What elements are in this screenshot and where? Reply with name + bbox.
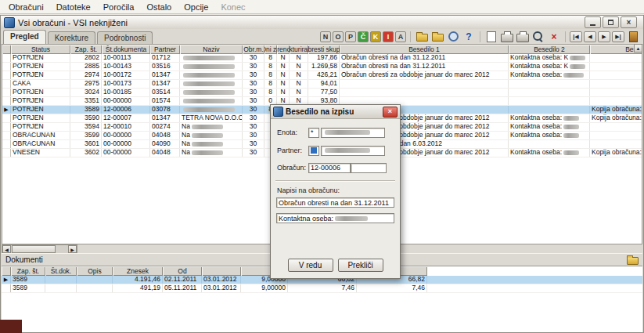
maximize-button[interactable]	[603, 16, 619, 28]
grid-cell-zap: 2975	[70, 80, 102, 88]
filter-button-k[interactable]: K	[370, 31, 381, 42]
grid-row[interactable]: POTRJEN297410-0017201347308NN426,21Obrač…	[2, 71, 642, 80]
tab-podrobnosti[interactable]: Podrobnosti	[97, 31, 153, 44]
column-header-znesek[interactable]: Znesek	[113, 266, 163, 276]
help-icon[interactable]: ?	[462, 31, 476, 42]
new-document-icon[interactable]	[484, 31, 498, 42]
partner-code-input[interactable]	[308, 146, 319, 156]
enota-name-field[interactable]	[321, 128, 385, 138]
grid-cell-partner: 04048	[150, 149, 180, 157]
tab-korekture[interactable]: Korekture	[48, 31, 95, 44]
previous-record-button[interactable]: ◀	[584, 31, 596, 42]
grid-cell-b2: Kontaktna oseba:	[509, 114, 590, 122]
scrollbar-thumb[interactable]	[12, 245, 56, 253]
grid-row[interactable]: ČAKA297510-0017301347308NN94,01	[2, 80, 642, 89]
column-header-besedilo-1[interactable]: Besedilo 1	[340, 45, 509, 54]
column-header-naziv[interactable]: Naziv	[180, 45, 243, 54]
column-header-document-indicator[interactable]	[202, 266, 241, 276]
grid-cell-dni: 8	[264, 89, 277, 96]
grid-cell-obresti: 94,01	[308, 80, 340, 88]
enota-code-input[interactable]: *	[308, 128, 319, 138]
column-header-status[interactable]: Status	[11, 45, 70, 54]
column-header-dni-za[interactable]: Dni za	[264, 45, 277, 54]
print-text-line-2[interactable]: Kontaktna oseba:	[276, 213, 394, 223]
tools-icon[interactable]	[446, 31, 460, 42]
column-header-besedilo-2[interactable]: Besedilo 2	[509, 45, 590, 54]
grid-cell-status: POTRJEN	[11, 114, 70, 122]
scroll-up-button[interactable]: ▲	[634, 44, 642, 52]
grid-row[interactable]: POTRJEN288510-0014303516308NN1.269,58Obr…	[2, 63, 642, 71]
document-cell-stdok	[45, 284, 77, 292]
column-header-obresti-skupaj[interactable]: Obresti skupaj	[308, 45, 340, 54]
filter-button-c[interactable]: Č	[358, 31, 369, 42]
print-icon[interactable]	[500, 31, 514, 42]
enota-label: Enota:	[277, 128, 308, 136]
menu-item-datoteke[interactable]: Datoteke	[50, 2, 97, 13]
menu-item-porocila[interactable]: Poročila	[97, 2, 141, 13]
search-icon[interactable]	[531, 31, 545, 42]
column-header-prenos[interactable]: Prenos	[277, 45, 290, 54]
grid-cell-obrm: 30	[243, 132, 264, 139]
redacted-text	[563, 116, 579, 121]
menu-item-ostalo[interactable]: Ostalo	[140, 2, 178, 13]
grid-cell-partner: 01574	[150, 97, 180, 105]
next-record-button[interactable]: ▶	[598, 31, 610, 42]
documents-folder-icon[interactable]	[627, 257, 639, 265]
grid-row[interactable]: POTRJEN302410-0018503514308NN77,50	[2, 89, 642, 97]
column-header-document-indicator[interactable]	[2, 266, 11, 276]
menu-item-opcije[interactable]: Opcije	[178, 2, 214, 13]
minimize-button[interactable]	[585, 16, 601, 28]
tab-pregled[interactable]: Pregled	[3, 30, 46, 44]
column-header-obr-m[interactable]: Obr.m.	[243, 45, 264, 54]
obracun-input[interactable]: 12-00006	[308, 163, 351, 173]
grid-row[interactable]: POTRJEN280210-0011301712308NN197,86Obrač…	[2, 54, 642, 63]
grid-cell-naziv	[180, 106, 243, 114]
filter-button-i[interactable]: I	[383, 31, 394, 42]
grid-cell-status: POTRJEN	[11, 89, 70, 96]
column-header-st-dok[interactable]: Št.dok.	[45, 266, 77, 276]
grid-cell-b3: Kopija obračuna: 00-000	[590, 149, 642, 157]
column-header-opis[interactable]: Opis	[77, 266, 113, 276]
filter-button-n[interactable]: N	[320, 31, 331, 42]
print-preview-icon[interactable]	[516, 31, 530, 42]
open-folder-icon[interactable]	[415, 31, 429, 42]
menu-item-obracuni[interactable]: Obračuni	[2, 2, 50, 13]
exit-icon[interactable]	[626, 31, 640, 42]
redacted-text	[192, 142, 223, 147]
obracun-secondary-field[interactable]	[351, 163, 387, 173]
scroll-left-button[interactable]: ◀	[2, 245, 11, 253]
filter-button-o[interactable]: O	[333, 31, 344, 42]
redacted-text	[570, 64, 585, 69]
grid-cell-b2: Kontaktna oseba: K	[509, 63, 590, 71]
grid-cell-naziv	[180, 89, 243, 96]
dialog-close-button[interactable]: ×	[383, 107, 398, 118]
grid-cell-obrm: 30	[243, 123, 264, 131]
exit-icon	[629, 31, 638, 42]
filter-button-p[interactable]: P	[345, 31, 356, 42]
ok-button[interactable]: V redu	[288, 259, 333, 272]
documents-label: Dokumenti	[5, 255, 43, 264]
grid-cell-b3	[590, 80, 642, 88]
filter-button-a[interactable]: A	[395, 31, 406, 42]
first-record-button[interactable]: |◀	[570, 31, 582, 42]
print-text-line-1[interactable]: Obračun obresti na dan 31.12.2011	[276, 197, 394, 208]
column-header-zap-st[interactable]: Zap. št.	[11, 266, 45, 276]
import-folder-icon[interactable]	[430, 31, 444, 42]
menu-item-konec[interactable]: Konec	[214, 2, 251, 13]
document-row[interactable]: 3589491,1905.11.201103.01.20129,000007,4…	[2, 284, 642, 293]
partner-name-field[interactable]	[321, 146, 385, 156]
document-cell-rate: 9,00000	[241, 284, 288, 292]
dialog-titlebar[interactable]: Besedilo na izpisu ×	[271, 105, 400, 119]
column-header-st-dokumenta[interactable]: Št.dokumenta	[102, 45, 150, 54]
column-header-fakturiranje[interactable]: Fakturiranje	[290, 45, 308, 54]
column-header-zap-st[interactable]: Zap. št.	[70, 45, 102, 54]
column-header-grid-indicator[interactable]	[2, 45, 11, 54]
scroll-right-button[interactable]: ▶	[68, 245, 77, 253]
cancel-button[interactable]: Prekliči	[338, 259, 383, 272]
redacted-text	[192, 133, 223, 138]
column-header-partner[interactable]: Partner	[150, 45, 180, 54]
close-button[interactable]: ×	[621, 16, 637, 28]
column-header-od[interactable]: Od	[163, 266, 202, 276]
delete-icon[interactable]: ×	[547, 31, 561, 42]
last-record-button[interactable]: ▶|	[612, 31, 624, 42]
